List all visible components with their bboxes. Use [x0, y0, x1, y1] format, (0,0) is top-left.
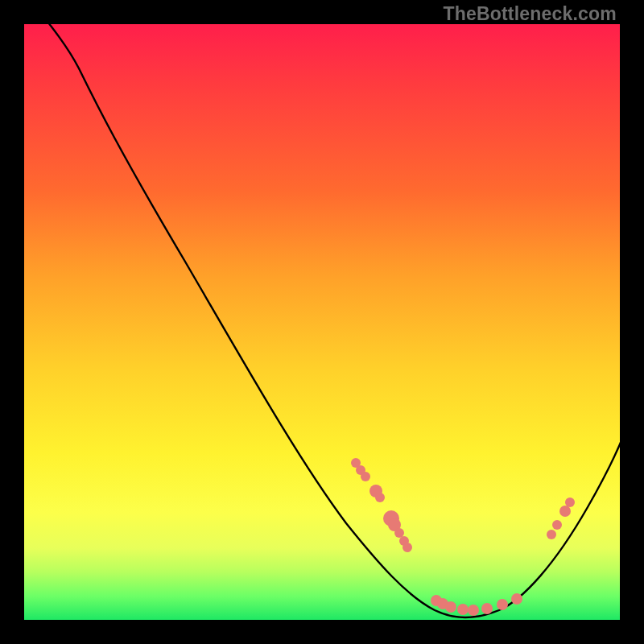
data-marker [445, 601, 456, 613]
data-marker [375, 493, 385, 502]
marker-layer [351, 458, 575, 616]
bottleneck-curve [24, 0, 624, 617]
chart-frame [24, 24, 620, 620]
data-marker [552, 520, 562, 530]
data-marker [402, 543, 412, 552]
data-marker [457, 604, 469, 615]
data-marker [468, 605, 479, 616]
data-marker [511, 593, 522, 605]
data-marker [565, 497, 575, 507]
data-marker [497, 599, 508, 610]
data-marker [559, 506, 571, 517]
watermark-text: TheBottleneck.com [443, 3, 617, 25]
data-marker [361, 472, 370, 481]
data-marker [547, 530, 556, 539]
data-marker [394, 528, 404, 538]
data-marker [481, 603, 493, 614]
chart-svg [24, 24, 620, 620]
